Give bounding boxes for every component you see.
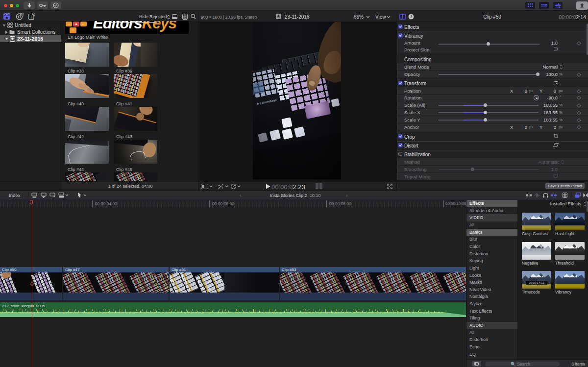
svg-text:T: T bbox=[30, 15, 32, 20]
